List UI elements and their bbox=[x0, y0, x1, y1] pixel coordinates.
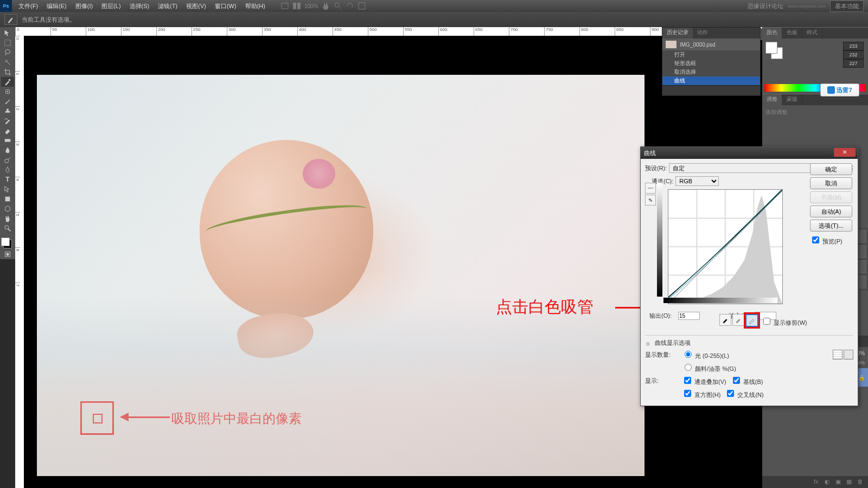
ok-button[interactable]: 确定 bbox=[810, 163, 852, 175]
path-tool[interactable] bbox=[1, 184, 14, 194]
current-tool-icon[interactable] bbox=[4, 14, 17, 25]
histogram-checkbox[interactable] bbox=[684, 390, 691, 397]
point-tool-icon[interactable]: 〰 bbox=[645, 183, 656, 194]
menu-image[interactable]: 图像(I) bbox=[71, 2, 97, 10]
pen-tool[interactable] bbox=[1, 165, 14, 175]
annotation-sample-box bbox=[80, 401, 114, 435]
cancel-button[interactable]: 取消 bbox=[810, 177, 852, 189]
lasso-tool[interactable] bbox=[1, 48, 14, 57]
fx-icon[interactable]: fx bbox=[814, 478, 821, 486]
overlay-checkbox[interactable] bbox=[684, 377, 691, 384]
display-options-header[interactable]: 曲线显示选项 bbox=[655, 339, 691, 347]
output-field[interactable] bbox=[678, 312, 700, 320]
history-item[interactable]: 矩形选框 bbox=[662, 59, 760, 68]
history-footer bbox=[662, 85, 760, 95]
svg-rect-5 bbox=[359, 3, 365, 9]
dodge-tool[interactable] bbox=[1, 155, 14, 165]
xunlei-badge[interactable]: 迅雷7 bbox=[820, 84, 859, 97]
baseline-checkbox[interactable] bbox=[733, 377, 740, 384]
amount-ink-radio[interactable] bbox=[685, 364, 692, 371]
menu-view[interactable]: 视图(V) bbox=[182, 2, 210, 10]
group-icon[interactable]: ▣ bbox=[835, 478, 843, 486]
3d-tool[interactable] bbox=[1, 204, 14, 214]
color-swatches[interactable] bbox=[0, 236, 13, 249]
stamp-tool[interactable] bbox=[1, 106, 14, 116]
bridge-icon[interactable] bbox=[280, 2, 289, 10]
curves-dialog: 曲线 ✕ 预设(R): 自定 ☰ 通道(C): RGB 〰 ✎ bbox=[640, 146, 858, 406]
document-image[interactable]: 吸取照片中最白的像素 bbox=[37, 75, 644, 476]
mask-icon[interactable]: ◐ bbox=[825, 478, 832, 486]
history-item[interactable]: 取消选择 bbox=[662, 68, 760, 76]
tab-swatches[interactable]: 色板 bbox=[782, 28, 802, 38]
annotation-arrow bbox=[121, 416, 170, 418]
menu-filter[interactable]: 滤镜(T) bbox=[154, 2, 182, 10]
tab-actions[interactable]: 动作 bbox=[693, 28, 712, 38]
svg-point-3 bbox=[335, 3, 339, 7]
menu-layer[interactable]: 图层(L) bbox=[97, 2, 125, 10]
color-swatch-pair[interactable] bbox=[765, 42, 783, 59]
show-clipping-checkbox[interactable] bbox=[763, 318, 770, 325]
move-tool[interactable] bbox=[1, 28, 14, 38]
rotate-icon[interactable] bbox=[346, 2, 354, 10]
zoom-level[interactable]: 100% bbox=[304, 3, 318, 9]
workspace-switcher[interactable]: 基本功能 bbox=[830, 1, 864, 12]
preview-checkbox[interactable] bbox=[812, 236, 819, 243]
quickmask-tool[interactable] bbox=[1, 249, 14, 259]
dialog-titlebar[interactable]: 曲线 ✕ bbox=[641, 147, 858, 159]
menu-file[interactable]: 文件(F) bbox=[14, 2, 42, 10]
wand-tool[interactable] bbox=[1, 57, 14, 67]
tab-color[interactable]: 颜色 bbox=[762, 28, 782, 38]
options-button[interactable]: 选项(T)... bbox=[810, 220, 852, 232]
b-value[interactable] bbox=[843, 59, 864, 68]
zoom-icon[interactable] bbox=[334, 2, 342, 10]
new-layer-icon[interactable]: ▦ bbox=[846, 478, 854, 486]
pencil-tool-icon[interactable]: ✎ bbox=[645, 195, 656, 206]
crop-tool[interactable] bbox=[1, 67, 14, 77]
close-button[interactable]: ✕ bbox=[834, 148, 856, 157]
menu-edit[interactable]: 编辑(E) bbox=[42, 2, 71, 10]
tab-history[interactable]: 历史记录 bbox=[662, 28, 693, 38]
tab-masks[interactable]: 蒙版 bbox=[782, 94, 802, 105]
eyedropper-tool[interactable] bbox=[1, 77, 14, 87]
curve-graph[interactable] bbox=[668, 189, 783, 304]
eraser-tool[interactable] bbox=[1, 126, 14, 136]
white-point-eyedropper[interactable] bbox=[745, 314, 758, 327]
channel-select[interactable]: RGB bbox=[675, 176, 719, 186]
trash-icon[interactable]: 🗑 bbox=[857, 478, 865, 486]
marquee-tool[interactable] bbox=[1, 38, 14, 48]
black-point-eyedropper[interactable] bbox=[719, 314, 731, 326]
history-brush-tool[interactable] bbox=[1, 116, 14, 126]
ruler-horizontal: 0501001502002503003504004505005506006507… bbox=[15, 27, 762, 36]
gradient-tool[interactable] bbox=[1, 136, 14, 145]
svg-rect-10 bbox=[5, 139, 11, 142]
shape-tool[interactable] bbox=[1, 194, 14, 204]
type-tool[interactable]: T bbox=[1, 175, 14, 184]
menu-help[interactable]: 帮助(H) bbox=[241, 2, 270, 10]
grid-simple-icon[interactable] bbox=[833, 350, 843, 359]
amount-light-radio[interactable] bbox=[685, 351, 692, 358]
zoom-tool[interactable] bbox=[1, 223, 14, 233]
menu-select[interactable]: 选择(S) bbox=[125, 2, 154, 10]
menu-window[interactable]: 窗口(W) bbox=[210, 2, 241, 10]
gray-point-eyedropper[interactable] bbox=[732, 314, 744, 326]
heal-tool[interactable] bbox=[1, 87, 14, 97]
history-snapshot[interactable]: IMG_0000.psd bbox=[662, 38, 760, 50]
screen-mode-icon[interactable] bbox=[358, 2, 366, 10]
grid-detail-icon[interactable] bbox=[844, 350, 853, 359]
toolbox: T bbox=[0, 27, 16, 259]
tab-styles[interactable]: 样式 bbox=[802, 28, 822, 38]
hand-icon[interactable] bbox=[322, 2, 330, 10]
brush-tool[interactable] bbox=[1, 97, 14, 106]
tab-adjustments[interactable]: 调整 bbox=[762, 94, 782, 105]
auto-button[interactable]: 自动(A) bbox=[810, 206, 852, 217]
arrange-icon[interactable] bbox=[292, 2, 301, 10]
preset-label: 预设(R): bbox=[645, 164, 667, 172]
r-value[interactable] bbox=[843, 42, 864, 50]
intersection-checkbox[interactable] bbox=[727, 390, 734, 397]
history-item[interactable]: 打开 bbox=[662, 50, 760, 59]
lock-icon: 🔒 bbox=[858, 375, 865, 381]
history-item-selected[interactable]: 曲线 bbox=[662, 76, 760, 85]
hand-tool[interactable] bbox=[1, 214, 14, 223]
g-value[interactable] bbox=[843, 50, 864, 59]
blur-tool[interactable] bbox=[1, 145, 14, 155]
